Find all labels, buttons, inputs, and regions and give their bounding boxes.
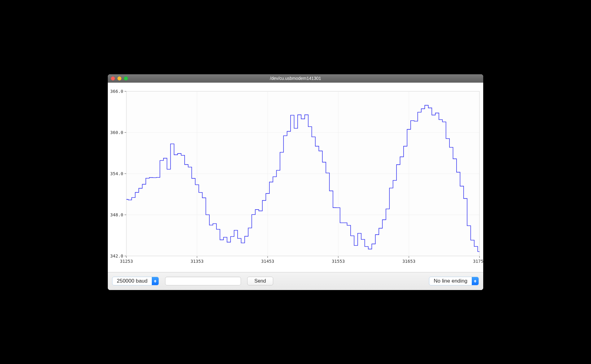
svg-text:360.0: 360.0: [110, 130, 123, 135]
chevron-updown-icon: [472, 277, 479, 285]
close-icon[interactable]: [111, 76, 115, 80]
minimize-icon[interactable]: [117, 76, 121, 80]
app-window: /dev/cu.usbmodem141301 31253313533145331…: [108, 74, 483, 290]
svg-text:366.0: 366.0: [110, 89, 123, 94]
toolbar: 250000 baud Send No line ending: [108, 272, 483, 290]
traffic-lights: [111, 76, 128, 80]
content: 312533135331453315533165331753342.0348.0…: [108, 83, 483, 290]
baud-select-label: 250000 baud: [112, 277, 152, 285]
svg-text:31653: 31653: [402, 259, 415, 264]
svg-text:31753: 31753: [473, 259, 483, 264]
line-ending-label: No line ending: [429, 277, 472, 285]
chevron-updown-icon: [152, 277, 159, 285]
svg-text:354.0: 354.0: [110, 171, 123, 176]
window-title: /dev/cu.usbmodem141301: [108, 76, 483, 81]
svg-text:31253: 31253: [120, 259, 133, 264]
titlebar[interactable]: /dev/cu.usbmodem141301: [108, 74, 483, 83]
send-button[interactable]: Send: [247, 277, 273, 285]
serial-plot: 312533135331453315533165331753342.0348.0…: [108, 83, 483, 272]
line-ending-select[interactable]: No line ending: [429, 277, 479, 285]
plot-area: 312533135331453315533165331753342.0348.0…: [108, 83, 483, 272]
baud-select[interactable]: 250000 baud: [112, 277, 159, 285]
svg-text:31553: 31553: [332, 259, 345, 264]
svg-text:31353: 31353: [190, 259, 204, 264]
svg-text:348.0: 348.0: [110, 212, 123, 217]
svg-text:342.0: 342.0: [110, 254, 123, 258]
svg-text:31453: 31453: [261, 259, 274, 264]
zoom-icon[interactable]: [124, 76, 128, 80]
send-input[interactable]: [165, 277, 241, 285]
